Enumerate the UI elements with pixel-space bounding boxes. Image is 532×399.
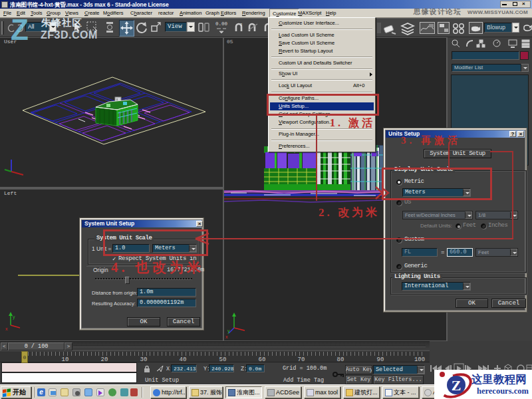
svg-text:y: y bbox=[13, 315, 15, 320]
svg-text:x: x bbox=[225, 334, 228, 339]
svg-text:3: 3 bbox=[240, 23, 243, 27]
svg-text:x: x bbox=[5, 327, 8, 331]
svg-text:y: y bbox=[227, 329, 230, 334]
